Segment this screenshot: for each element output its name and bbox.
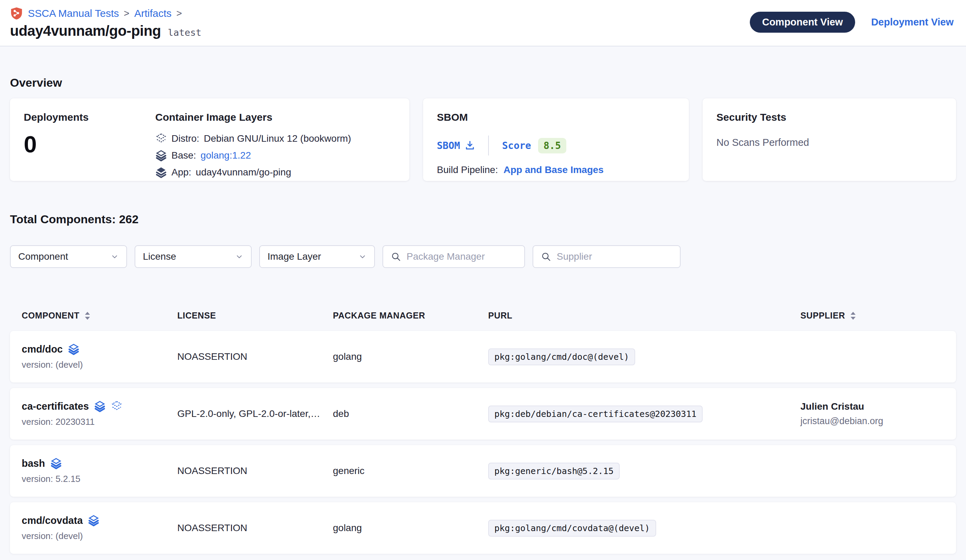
search-icon <box>391 251 401 262</box>
page-title: uday4vunnam/go-ping <box>10 23 161 39</box>
layers-half-icon <box>50 457 62 469</box>
component-name: ca-certificates <box>22 401 89 412</box>
component-name: cmd/doc <box>22 344 62 355</box>
supplier-email: jcristau@debian.org <box>800 416 956 427</box>
purl-cell: pkg:golang/cmd/covdata@(devel) <box>488 520 800 537</box>
layer-label: Distro: <box>171 133 199 144</box>
supplier-search[interactable] <box>532 245 680 268</box>
sbom-card-title: SBOM <box>437 111 675 123</box>
search-icon <box>541 251 551 262</box>
layer-row-base: Base: golang:1.22 <box>155 150 351 161</box>
image-layer-filter-dropdown[interactable]: Image Layer <box>259 245 375 268</box>
sbom-download-link[interactable]: SBOM <box>437 140 475 151</box>
component-version: version: (devel) <box>22 359 177 370</box>
sbom-download-label: SBOM <box>437 140 460 151</box>
supplier-cell: Julien Cristau jcristau@debian.org <box>800 401 956 427</box>
column-label: SUPPLIER <box>800 311 845 321</box>
chevron-down-icon <box>358 252 366 261</box>
dropdown-value: Component <box>18 251 68 262</box>
layers-dashed-icon <box>155 133 167 144</box>
table-row[interactable]: cmd/covdata version: (devel) NOASSERTION… <box>10 502 956 554</box>
table-row[interactable]: bash version: 5.2.15 NOASSERTION generic… <box>10 445 956 497</box>
purl-cell: pkg:deb/debian/ca-certificates@20230311 <box>488 406 800 422</box>
layers-half-icon <box>94 400 106 412</box>
component-name: cmd/covdata <box>22 515 83 526</box>
build-pipeline-link[interactable]: App and Base Images <box>503 164 603 175</box>
overview-heading: Overview <box>10 76 956 89</box>
security-tests-status: No Scans Performed <box>716 137 942 148</box>
purl-cell: pkg:generic/bash@5.2.15 <box>488 463 800 480</box>
component-cell: bash version: 5.2.15 <box>22 457 177 484</box>
download-icon[interactable] <box>465 140 475 151</box>
table-row[interactable]: cmd/doc version: (devel) NOASSERTION gol… <box>10 331 956 383</box>
license-cell: GPL-2.0-only, GPL-2.0-or-later, M... <box>177 408 333 419</box>
sort-icon[interactable] <box>84 311 90 320</box>
vertical-divider <box>488 136 489 156</box>
build-pipeline-label: Build Pipeline: <box>437 164 498 175</box>
dropdown-value: Image Layer <box>268 251 321 262</box>
deployments-label: Deployments <box>24 111 155 123</box>
column-header-license: LICENSE <box>177 311 333 321</box>
deployments-count: 0 <box>24 131 155 157</box>
column-label: PACKAGE MANAGER <box>333 311 425 321</box>
column-label: PURL <box>488 311 512 321</box>
purl-chip: pkg:deb/debian/ca-certificates@20230311 <box>488 406 703 422</box>
license-cell: NOASSERTION <box>177 351 333 362</box>
sbom-score-badge: 8.5 <box>538 138 567 154</box>
supplier-search-input[interactable] <box>557 251 672 262</box>
package-manager-search[interactable] <box>383 245 525 268</box>
page-header: SSCA Manual Tests > Artifacts > uday4vun… <box>0 0 966 46</box>
column-header-purl: PURL <box>488 311 800 321</box>
column-header-component: COMPONENT <box>22 311 177 321</box>
license-cell: NOASSERTION <box>177 522 333 534</box>
sort-icon[interactable] <box>850 311 856 320</box>
component-version: version: 5.2.15 <box>22 474 177 484</box>
chevron-down-icon <box>110 252 119 261</box>
container-image-layers-block: Container Image Layers Distro: Debian GN… <box>155 111 351 168</box>
total-components-heading: Total Components: 262 <box>10 213 956 226</box>
layers-half-icon <box>68 343 79 355</box>
sbom-card: SBOM SBOM Score 8.5 Build Pipeline: App … <box>423 98 689 181</box>
purl-cell: pkg:golang/cmd/doc@(devel) <box>488 349 800 365</box>
column-label: LICENSE <box>177 311 216 321</box>
package-manager-cell: golang <box>333 522 488 534</box>
column-header-supplier: SUPPLIER <box>800 311 956 321</box>
package-manager-search-input[interactable] <box>407 251 517 262</box>
column-header-package-manager: PACKAGE MANAGER <box>333 311 488 321</box>
component-cell: cmd/doc version: (devel) <box>22 343 177 370</box>
view-toggle: Component View Deployment View <box>750 12 954 33</box>
breadcrumb-separator-icon: > <box>176 8 182 19</box>
component-filter-dropdown[interactable]: Component <box>10 245 127 268</box>
components-table-body: cmd/doc version: (devel) NOASSERTION gol… <box>10 331 956 554</box>
breadcrumb-separator-icon: > <box>124 8 130 19</box>
layers-half-icon <box>155 150 167 161</box>
component-name: bash <box>22 458 45 469</box>
layers-half-icon <box>88 514 100 526</box>
chevron-down-icon <box>235 252 243 261</box>
license-filter-dropdown[interactable]: License <box>135 245 251 268</box>
breadcrumb-link-project[interactable]: SSCA Manual Tests <box>28 8 119 19</box>
license-cell: NOASSERTION <box>177 465 333 476</box>
overview-cards: Deployments 0 Container Image Layers Dis… <box>10 98 956 181</box>
purl-chip: pkg:golang/cmd/covdata@(devel) <box>488 520 656 537</box>
package-manager-cell: golang <box>333 351 488 362</box>
component-cell: ca-certificates version: 20230311 <box>22 400 177 427</box>
deployment-view-link[interactable]: Deployment View <box>871 16 954 28</box>
purl-chip: pkg:generic/bash@5.2.15 <box>488 463 620 480</box>
deployments-layers-card: Deployments 0 Container Image Layers Dis… <box>10 98 409 181</box>
layers-solid-icon <box>155 167 167 178</box>
column-label: COMPONENT <box>22 311 79 321</box>
package-manager-cell: generic <box>333 465 488 476</box>
layer-value: uday4vunnam/go-ping <box>196 167 291 178</box>
layer-label: Base: <box>171 150 196 161</box>
base-image-link[interactable]: golang:1.22 <box>201 150 251 161</box>
layer-value: Debian GNU/Linux 12 (bookworm) <box>204 133 351 144</box>
layers-dashed-icon <box>111 400 123 412</box>
layer-row-app: App: uday4vunnam/go-ping <box>155 167 351 178</box>
table-row[interactable]: ca-certificates version: 20230311 GPL-2.… <box>10 388 956 440</box>
sbom-score-label: Score <box>502 140 531 151</box>
deployments-block: Deployments 0 <box>24 111 155 168</box>
artifact-tag-badge: latest <box>168 27 202 38</box>
component-view-button[interactable]: Component View <box>750 12 856 33</box>
breadcrumb-link-artifacts[interactable]: Artifacts <box>134 8 171 19</box>
